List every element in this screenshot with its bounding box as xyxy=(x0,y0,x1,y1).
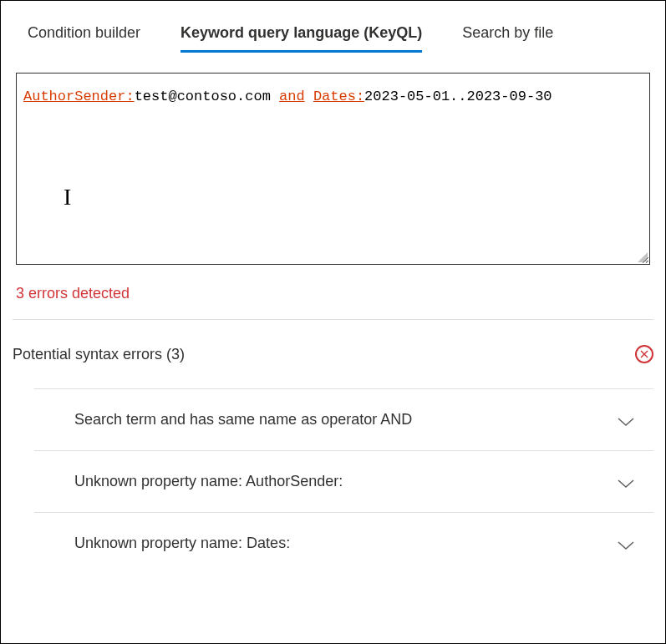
syntax-errors-header: Potential syntax errors (3) xyxy=(1,320,665,388)
section-title: Potential syntax errors (3) xyxy=(13,346,185,363)
chevron-down-icon[interactable] xyxy=(617,538,635,550)
error-item[interactable]: Unknown property name: Dates: xyxy=(34,512,653,574)
error-list: Search term and has same name as operato… xyxy=(1,388,665,582)
chevron-down-icon[interactable] xyxy=(617,414,635,426)
query-editor[interactable]: AuthorSender:test@contoso.com and Dates:… xyxy=(16,73,650,265)
resize-handle-icon[interactable] xyxy=(636,251,648,262)
error-item[interactable]: Unknown property name: AuthorSender: xyxy=(34,450,653,512)
tab-bar: Condition builder Keyword query language… xyxy=(1,1,665,53)
error-token: Dates: xyxy=(313,89,364,104)
error-token: AuthorSender: xyxy=(23,89,135,104)
text-token xyxy=(305,89,313,104)
query-text: AuthorSender:test@contoso.com and Dates:… xyxy=(23,89,643,104)
error-message: Unknown property name: AuthorSender: xyxy=(74,473,343,490)
close-icon[interactable] xyxy=(635,345,653,363)
error-summary: 3 errors detected xyxy=(1,265,665,319)
text-token: 2023-05-01..2023-09-30 xyxy=(364,89,552,104)
error-token: and xyxy=(279,89,305,104)
tab-keyql[interactable]: Keyword query language (KeyQL) xyxy=(180,24,422,53)
text-token: test@contoso.com xyxy=(135,89,279,104)
error-message: Search term and has same name as operato… xyxy=(74,411,412,428)
error-item[interactable]: Search term and has same name as operato… xyxy=(34,388,653,450)
text-cursor-icon: I xyxy=(64,184,71,210)
tab-search-by-file[interactable]: Search by file xyxy=(462,24,553,53)
tab-condition-builder[interactable]: Condition builder xyxy=(28,24,140,53)
error-message: Unknown property name: Dates: xyxy=(74,535,290,552)
chevron-down-icon[interactable] xyxy=(617,476,635,488)
